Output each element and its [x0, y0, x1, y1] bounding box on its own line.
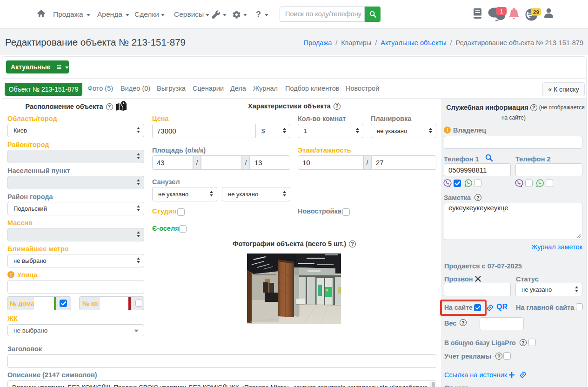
- svg-text:29: 29: [533, 9, 539, 15]
- svg-text:1: 1: [500, 8, 503, 15]
